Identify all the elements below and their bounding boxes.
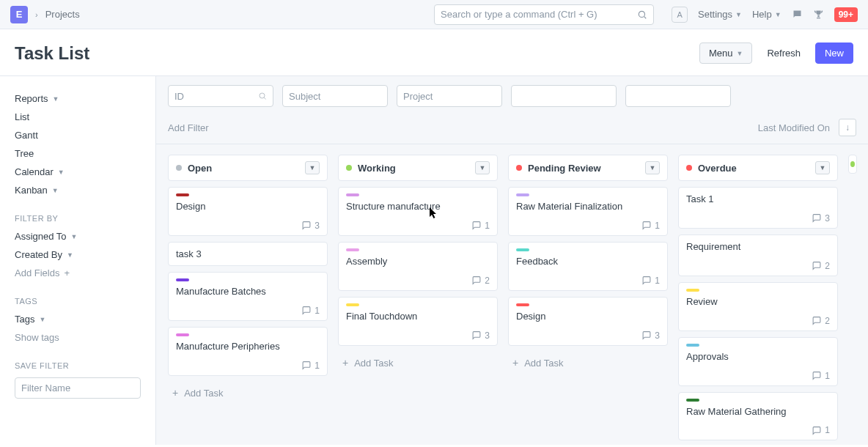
comment-icon	[812, 371, 822, 380]
comment-count: 1	[825, 425, 830, 435]
comment-icon	[471, 276, 482, 285]
card-title: task 3	[176, 248, 320, 261]
card-footer: 3	[686, 213, 830, 224]
card-title: Requirement	[686, 241, 830, 254]
card-color-tag	[686, 399, 699, 402]
column-title: Overdue	[698, 163, 809, 174]
caret-down-icon: ▼	[53, 95, 59, 103]
svg-point-2	[260, 93, 265, 98]
menu-button[interactable]: Menu ▼	[699, 43, 752, 64]
comment-icon	[812, 316, 822, 325]
search-icon	[258, 92, 267, 100]
notification-badge[interactable]: 99+	[834, 7, 858, 22]
column-menu-button[interactable]: ▼	[305, 161, 320, 174]
comment-icon	[471, 330, 482, 340]
task-card[interactable]: Raw Material Finalization1	[508, 187, 668, 236]
filter-subject[interactable]	[282, 85, 388, 107]
task-card[interactable]: Design3	[168, 187, 328, 236]
task-card[interactable]: Raw Material Gathering1	[678, 392, 838, 441]
card-footer: 3	[176, 221, 320, 231]
caret-down-icon: ▼	[58, 169, 65, 176]
sidebar-view-reports[interactable]: Reports▼	[15, 89, 141, 108]
column-overdue: Overdue▼Task 13Requirement2Review2Approv…	[678, 155, 838, 434]
sidebar-view-gantt[interactable]: Gantt	[15, 126, 141, 144]
settings-menu[interactable]: Settings ▼	[698, 9, 742, 20]
help-menu[interactable]: Help ▼	[752, 9, 781, 20]
filter-id-input[interactable]	[174, 91, 258, 102]
sidebar-view-kanban[interactable]: Kanban▼	[15, 181, 141, 199]
topbar: E › Projects A Settings ▼ Help ▼ 99+	[0, 0, 868, 29]
global-search[interactable]	[434, 4, 654, 25]
sidebar-filter-created-by[interactable]: Created By▼	[15, 245, 141, 264]
task-card[interactable]: Feedback1	[508, 242, 668, 291]
kanban-board: Open▼Design3task 3Manufacture Batches1Ma…	[156, 144, 868, 444]
comment-count: 3	[825, 213, 830, 224]
filter-empty-1[interactable]	[511, 85, 617, 107]
task-card[interactable]: Requirement2	[678, 234, 838, 276]
plus-icon: +	[342, 358, 348, 368]
comment-icon	[641, 221, 652, 230]
filter-empty-2-input[interactable]	[632, 91, 724, 102]
save-filter-heading: SAVE FILTER	[15, 361, 141, 370]
card-title: Raw Material Finalization	[516, 201, 660, 213]
sidebar-view-list[interactable]: List	[15, 108, 141, 126]
filter-project[interactable]	[397, 85, 502, 107]
task-card[interactable]: Manufacture Batches1	[168, 272, 328, 321]
tags-dropdown[interactable]: Tags ▼	[15, 310, 141, 328]
sidebar-view-tree[interactable]: Tree	[15, 144, 141, 163]
column-header-working: Working▼	[338, 155, 498, 181]
add-filter-button[interactable]: Add Filter	[168, 122, 209, 133]
app-logo[interactable]: E	[10, 6, 28, 23]
task-card[interactable]: Review2	[678, 282, 838, 331]
add-fields-button[interactable]: Add Fields +	[15, 264, 141, 282]
task-card[interactable]: Final Touchdown3	[338, 297, 498, 346]
task-card[interactable]: Design3	[508, 297, 668, 346]
filter-project-input[interactable]	[403, 91, 496, 102]
card-footer: 1	[346, 221, 490, 231]
status-dot-icon	[686, 165, 692, 171]
card-title: Manufacture Peripheries	[176, 341, 320, 353]
sidebar-filter-label: Created By	[15, 249, 62, 260]
task-card[interactable]: Approvals1	[678, 337, 838, 386]
task-card[interactable]: Structure manufacture1	[338, 187, 498, 236]
filter-empty-1-input[interactable]	[518, 91, 610, 102]
task-card[interactable]: Assembly2	[338, 242, 498, 291]
column-menu-button[interactable]: ▼	[475, 161, 490, 174]
refresh-button-label: Refresh	[767, 48, 801, 59]
filter-by-heading: FILTER BY	[15, 214, 141, 223]
task-card[interactable]: Task 13	[678, 187, 838, 229]
sort-label[interactable]: Last Modified On	[758, 122, 830, 133]
column-menu-button[interactable]: ▼	[815, 161, 830, 174]
column-menu-button[interactable]: ▼	[645, 161, 660, 174]
column-header-overdue: Overdue▼	[678, 155, 838, 181]
add-task-button[interactable]: +Add Task	[508, 352, 668, 374]
breadcrumb-projects[interactable]: Projects	[45, 9, 80, 20]
sidebar-view-calendar[interactable]: Calendar▼	[15, 163, 141, 181]
status-dot-icon	[176, 165, 182, 171]
trophy-icon[interactable]	[813, 9, 824, 20]
add-task-label: Add Task	[354, 358, 393, 369]
add-task-button[interactable]: +Add Task	[168, 382, 328, 404]
sort-direction-button[interactable]: ↓	[839, 119, 856, 136]
filter-name-input[interactable]	[15, 377, 141, 399]
sidebar-filter-assigned-to[interactable]: Assigned To▼	[15, 227, 141, 245]
filter-empty-2[interactable]	[625, 85, 731, 107]
comment-count: 2	[825, 316, 830, 326]
user-avatar[interactable]: A	[672, 7, 688, 23]
card-color-tag	[176, 193, 189, 196]
sidebar-view-label: List	[15, 111, 29, 122]
add-task-button[interactable]: +Add Task	[338, 352, 498, 374]
new-button[interactable]: New	[815, 43, 853, 64]
task-card[interactable]: task 3	[168, 242, 328, 266]
card-title: Feedback	[516, 256, 660, 268]
chat-icon[interactable]	[792, 9, 803, 20]
show-tags-button[interactable]: Show tags	[15, 328, 141, 347]
filter-id[interactable]	[168, 85, 273, 107]
refresh-button[interactable]: Refresh	[758, 43, 809, 63]
status-dot-icon	[850, 161, 855, 167]
svg-line-3	[264, 97, 265, 99]
task-card[interactable]: Manufacture Peripheries1	[168, 327, 328, 376]
global-search-input[interactable]	[441, 9, 637, 20]
filter-subject-input[interactable]	[289, 91, 381, 102]
sidebar-view-label: Kanban	[15, 185, 48, 196]
